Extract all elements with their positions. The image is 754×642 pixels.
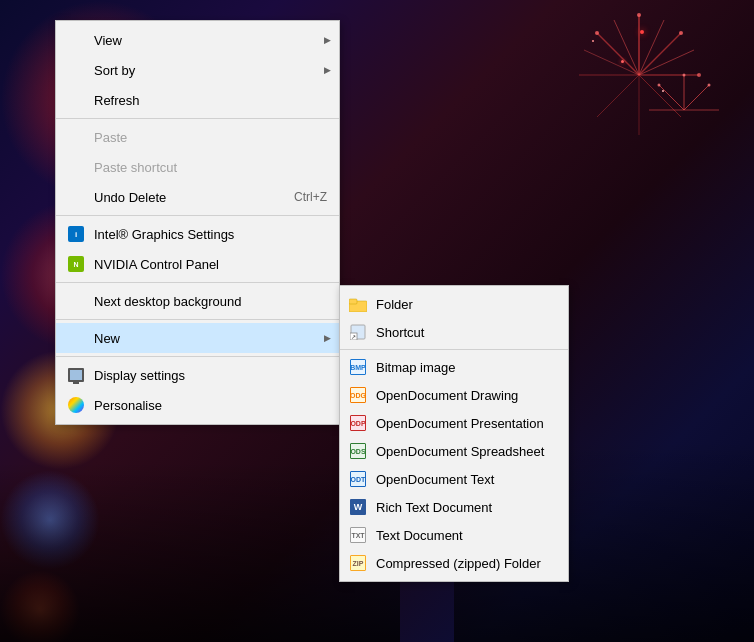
submenu-item-odf-drawing[interactable]: ODG OpenDocument Drawing [340, 381, 568, 409]
submenu-divider-1 [340, 349, 568, 350]
paste-label: Paste [94, 130, 327, 145]
text-doc-label: Text Document [376, 528, 556, 543]
bitmap-icon: BMP [348, 357, 368, 377]
submenu-new: Folder ↗ Shortcut BMP Bitmap image [339, 285, 569, 582]
undo-delete-shortcut: Ctrl+Z [294, 190, 327, 204]
undo-delete-label: Undo Delete [94, 190, 274, 205]
new-label: New [94, 331, 327, 346]
personalise-icon-container [66, 395, 86, 415]
odf-drawing-label: OpenDocument Drawing [376, 388, 556, 403]
display-settings-icon [66, 365, 86, 385]
folder-label: Folder [376, 297, 556, 312]
submenu-item-shortcut[interactable]: ↗ Shortcut [340, 318, 568, 346]
menu-item-paste[interactable]: Paste [56, 122, 339, 152]
menu-item-paste-shortcut[interactable]: Paste shortcut [56, 152, 339, 182]
menu-item-personalise[interactable]: Personalise [56, 390, 339, 420]
svg-line-19 [659, 85, 684, 110]
new-icon [66, 328, 86, 348]
menu-item-next-desktop-bg[interactable]: Next desktop background [56, 286, 339, 316]
submenu-item-bitmap[interactable]: BMP Bitmap image [340, 353, 568, 381]
svg-point-15 [595, 31, 599, 35]
svg-point-21 [683, 74, 686, 77]
submenu-item-zip-folder[interactable]: ZIP Compressed (zipped) Folder [340, 549, 568, 577]
divider-1 [56, 118, 339, 119]
nvidia-icon-container: N [66, 254, 86, 274]
svg-line-7 [597, 75, 639, 117]
divider-3 [56, 282, 339, 283]
svg-line-11 [584, 50, 639, 75]
desktop-bg-icon [66, 291, 86, 311]
divider-5 [56, 356, 339, 357]
svg-point-14 [697, 73, 701, 77]
submenu-item-folder[interactable]: Folder [340, 290, 568, 318]
paste-shortcut-label: Paste shortcut [94, 160, 327, 175]
odf-presentation-icon: ODP [348, 413, 368, 433]
svg-point-13 [679, 31, 683, 35]
nvidia-label: NVIDIA Control Panel [94, 257, 327, 272]
intel-graphics-label: Intel® Graphics Settings [94, 227, 327, 242]
context-menu: View Sort by Refresh Paste Paste shortcu… [55, 20, 340, 425]
rich-text-label: Rich Text Document [376, 500, 556, 515]
sort-icon [66, 60, 86, 80]
menu-item-intel-graphics[interactable]: i Intel® Graphics Settings [56, 219, 339, 249]
intel-brand-icon: i [68, 226, 84, 242]
menu-item-new[interactable]: New [56, 323, 339, 353]
svg-point-22 [708, 84, 711, 87]
refresh-label: Refresh [94, 93, 327, 108]
sort-by-label: Sort by [94, 63, 327, 78]
rich-text-icon: W [348, 497, 368, 517]
view-icon [66, 30, 86, 50]
submenu-item-rich-text[interactable]: W Rich Text Document [340, 493, 568, 521]
zip-folder-label: Compressed (zipped) Folder [376, 556, 556, 571]
svg-point-12 [637, 13, 641, 17]
svg-text:↗: ↗ [351, 334, 356, 340]
bitmap-label: Bitmap image [376, 360, 556, 375]
submenu-item-odf-text[interactable]: ODT OpenDocument Text [340, 465, 568, 493]
svg-line-4 [597, 33, 639, 75]
menu-item-sort-by[interactable]: Sort by [56, 55, 339, 85]
divider-4 [56, 319, 339, 320]
folder-svg [349, 297, 367, 312]
folder-icon [348, 294, 368, 314]
odf-spreadsheet-icon: ODS [348, 441, 368, 461]
context-menu-container: View Sort by Refresh Paste Paste shortcu… [55, 20, 340, 425]
svg-line-3 [639, 75, 681, 117]
shortcut-label: Shortcut [376, 325, 556, 340]
shortcut-icon: ↗ [348, 322, 368, 342]
svg-line-8 [639, 20, 664, 75]
menu-item-undo-delete[interactable]: Undo Delete Ctrl+Z [56, 182, 339, 212]
odf-presentation-label: OpenDocument Presentation [376, 416, 556, 431]
odf-text-icon: ODT [348, 469, 368, 489]
refresh-icon [66, 90, 86, 110]
zip-folder-icon: ZIP [348, 553, 368, 573]
intel-graphics-icon: i [66, 224, 86, 244]
menu-item-nvidia[interactable]: N NVIDIA Control Panel [56, 249, 339, 279]
svg-point-23 [658, 84, 661, 87]
view-label: View [94, 33, 327, 48]
submenu-item-odf-presentation[interactable]: ODP OpenDocument Presentation [340, 409, 568, 437]
personalise-label: Personalise [94, 398, 327, 413]
menu-item-display-settings[interactable]: Display settings [56, 360, 339, 390]
menu-item-view[interactable]: View [56, 25, 339, 55]
odf-spreadsheet-label: OpenDocument Spreadsheet [376, 444, 556, 459]
divider-2 [56, 215, 339, 216]
menu-item-refresh[interactable]: Refresh [56, 85, 339, 115]
odf-drawing-icon: ODG [348, 385, 368, 405]
odf-text-label: OpenDocument Text [376, 472, 556, 487]
display-settings-label: Display settings [94, 368, 327, 383]
svg-line-9 [639, 50, 694, 75]
paste-icon [66, 127, 86, 147]
svg-line-17 [684, 85, 709, 110]
submenu-item-odf-spreadsheet[interactable]: ODS OpenDocument Spreadsheet [340, 437, 568, 465]
submenu-item-text-doc[interactable]: TXT Text Document [340, 521, 568, 549]
svg-line-10 [614, 20, 639, 75]
undo-icon [66, 187, 86, 207]
shortcut-svg: ↗ [350, 324, 366, 340]
personalise-icon-shape [68, 397, 84, 413]
svg-line-1 [639, 33, 681, 75]
text-doc-icon: TXT [348, 525, 368, 545]
svg-rect-25 [349, 299, 357, 304]
next-desktop-bg-label: Next desktop background [94, 294, 327, 309]
firework-rays [454, 0, 754, 300]
nvidia-brand-icon: N [68, 256, 84, 272]
